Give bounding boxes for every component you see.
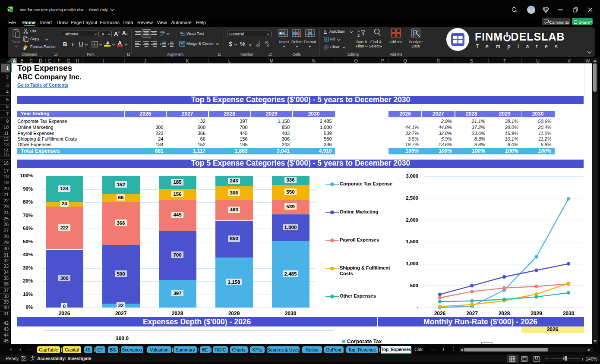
svg-text:Z: Z <box>357 33 360 37</box>
svg-text:.00: .00 <box>256 44 260 47</box>
svg-text:→0: →0 <box>264 44 269 47</box>
svg-text:.00: .00 <box>264 41 268 44</box>
svg-text:A: A <box>357 29 360 33</box>
svg-text:←0: ←0 <box>256 41 260 44</box>
svg-text:ab: ab <box>160 31 164 34</box>
